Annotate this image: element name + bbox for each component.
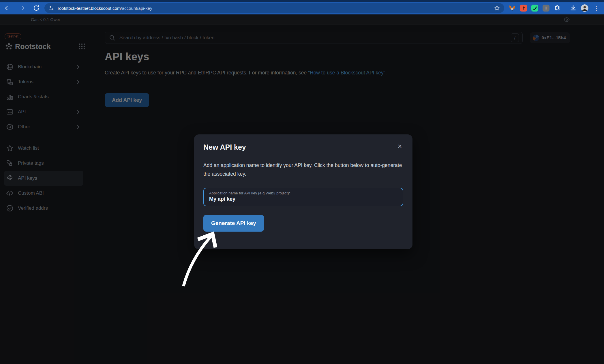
extensions-puzzle-icon[interactable] xyxy=(554,5,561,12)
check-extension-icon[interactable] xyxy=(531,5,538,12)
browser-menu-icon[interactable]: ⋮ xyxy=(593,5,600,11)
t-extension-icon[interactable]: T xyxy=(543,5,549,12)
modal-title: New API key xyxy=(203,143,246,151)
application-name-field[interactable]: Application name for API key (e.g Web3 p… xyxy=(203,188,403,206)
browser-chrome: rootstock-testnet.blockscout.com/account… xyxy=(0,0,604,14)
application-name-input[interactable] xyxy=(209,196,397,202)
generate-api-key-button[interactable]: Generate API key xyxy=(203,215,264,232)
reload-icon[interactable] xyxy=(33,5,40,12)
metamask-icon[interactable] xyxy=(509,5,516,12)
close-icon[interactable]: ✕ xyxy=(396,143,403,150)
toolbar-separator xyxy=(565,5,565,11)
site-info-icon[interactable] xyxy=(48,5,54,11)
address-bar[interactable]: rootstock-testnet.blockscout.com/account… xyxy=(44,3,504,13)
new-api-key-modal: New API key ✕ Add an application name to… xyxy=(194,134,412,249)
url-text: rootstock-testnet.blockscout.com/account… xyxy=(58,6,152,11)
forward-icon[interactable] xyxy=(18,5,25,12)
modal-body-text: Add an application name to identify your… xyxy=(203,161,402,178)
download-icon[interactable] xyxy=(570,5,577,12)
pin-extension-icon[interactable] xyxy=(520,5,527,12)
application-name-label: Application name for API key (e.g Web3 p… xyxy=(209,191,397,195)
back-icon[interactable] xyxy=(4,5,11,12)
bookmark-star-icon[interactable] xyxy=(494,5,500,11)
browser-profile-avatar[interactable] xyxy=(581,4,588,12)
